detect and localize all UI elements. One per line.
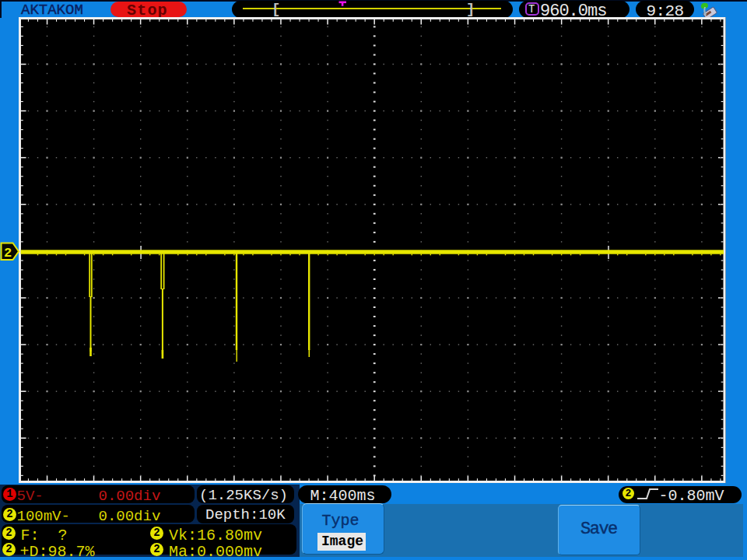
svg-text:2: 2 <box>4 246 12 261</box>
